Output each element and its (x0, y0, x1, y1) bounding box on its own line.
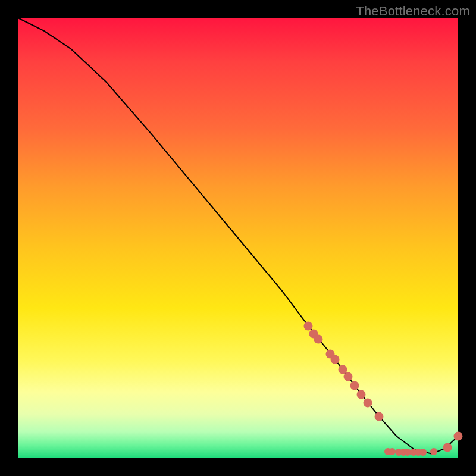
highlight-dot (443, 443, 452, 452)
chart-stage: TheBottleneck.com (0, 0, 476, 476)
plot-area (18, 18, 458, 458)
highlight-dot (430, 448, 437, 455)
watermark-text: TheBottleneck.com (356, 4, 470, 19)
highlight-dot (454, 432, 463, 441)
highlight-dot (344, 372, 353, 381)
highlight-dot (314, 335, 323, 344)
curve-svg (18, 18, 458, 458)
bottleneck-curve (18, 18, 458, 454)
highlight-dot (350, 381, 359, 390)
highlight-dot (330, 355, 339, 364)
highlight-dot (419, 449, 427, 456)
highlight-dot (357, 390, 366, 399)
highlight-dot (374, 412, 383, 421)
highlight-dot (364, 398, 372, 407)
